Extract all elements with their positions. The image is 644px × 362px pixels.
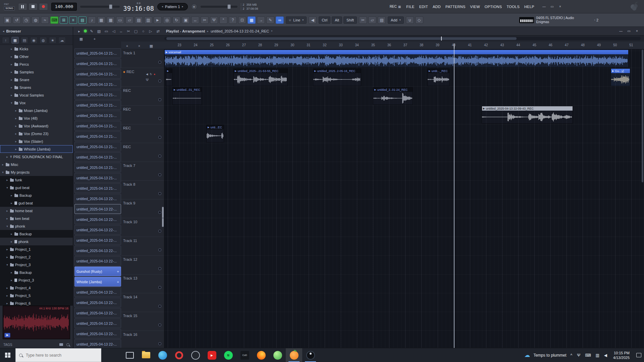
- playlist-menu-icon[interactable]: ▸: [76, 28, 83, 34]
- menu-options[interactable]: OPTIONS: [483, 5, 504, 9]
- audio-clip[interactable]: ▶untitled...01_REC: [172, 87, 202, 105]
- track-header[interactable]: Track 12: [121, 256, 164, 275]
- tray-mic-icon[interactable]: Ψ: [576, 353, 581, 358]
- shop-icon[interactable]: ◇: [415, 16, 423, 24]
- record-button[interactable]: [39, 3, 48, 10]
- copy-icon[interactable]: ▱: [368, 16, 376, 24]
- speaker-icon[interactable]: ◀: [309, 16, 317, 24]
- note-draw-icon[interactable]: ♪: [88, 16, 96, 24]
- mute-led[interactable]: [158, 173, 161, 176]
- menu-edit[interactable]: EDIT: [417, 5, 430, 9]
- tree-item[interactable]: ▸Misc: [0, 161, 73, 168]
- mute-led[interactable]: [158, 136, 161, 139]
- picker-item[interactable]: untitled_2025-04-13 22-...: [74, 235, 121, 245]
- browser-up-icon[interactable]: ↑: [2, 37, 9, 44]
- track-header[interactable]: Track 15: [121, 312, 164, 331]
- tree-item[interactable]: ▸Project_3: [0, 276, 73, 284]
- clipboard-icon[interactable]: ▤: [135, 16, 143, 24]
- center-playhead-icon[interactable]: ◎: [163, 16, 171, 24]
- track-header[interactable]: Track 9: [121, 199, 164, 218]
- tree-item[interactable]: ▸Project_4: [0, 284, 73, 292]
- tree-item[interactable]: ▸Vox (Slater): [0, 137, 73, 145]
- monitor-icon[interactable]: ◀: [146, 73, 148, 76]
- picker-item[interactable]: untitled_2025-04-13 22-...: [74, 287, 121, 297]
- playlist-minimize-button[interactable]: —: [619, 29, 623, 33]
- tree-item[interactable]: ▾Vox: [0, 99, 73, 107]
- tree-item[interactable]: ▸Snares: [0, 83, 73, 91]
- tree-item[interactable]: ▸Project_5: [0, 292, 73, 299]
- project-tab-icon[interactable]: ◍: [40, 37, 47, 44]
- magnet-icon[interactable]: ∪: [406, 16, 414, 24]
- taskbar-search[interactable]: [15, 348, 101, 362]
- track-header[interactable]: Track 7: [121, 162, 164, 181]
- time-display[interactable]: 8:8 39:16:08: [123, 2, 154, 12]
- track-header[interactable]: Track 13: [121, 275, 164, 293]
- start-button[interactable]: [0, 348, 15, 362]
- picker-item[interactable]: untitled_2025-04-13 21-...: [74, 183, 121, 193]
- picker-item[interactable]: untitled_2025-04-13 21-...: [74, 59, 121, 68]
- files-tab-icon[interactable]: ▤: [21, 37, 28, 44]
- tree-item[interactable]: ▸Percs: [0, 60, 73, 68]
- picker-item[interactable]: untitled_2025-04-13 21-...: [74, 111, 121, 120]
- master-pitch-slider[interactable]: [201, 6, 237, 8]
- tree-item[interactable]: ▸Samples: [0, 68, 73, 76]
- tempo-display[interactable]: 140.000: [51, 3, 77, 11]
- mute-led[interactable]: [158, 305, 161, 308]
- slip-tool-icon[interactable]: ↔: [118, 28, 124, 34]
- mute-led[interactable]: [158, 248, 161, 251]
- tree-item[interactable]: ▸Snare: [0, 76, 73, 83]
- tree-item[interactable]: ▸phonk: [0, 238, 73, 245]
- picker-item[interactable]: untitled_2025-04-13 22-...: [74, 318, 121, 328]
- menu-help[interactable]: HELP: [522, 5, 536, 9]
- save-project-icon[interactable]: ▣: [3, 16, 11, 24]
- track-header[interactable]: Track 10: [121, 218, 164, 237]
- arrangement-name[interactable]: untitled_2025-04-13 22-01-24_REC: [211, 29, 269, 33]
- cut-tool-icon[interactable]: ✂: [201, 16, 209, 24]
- rec-indicator[interactable]: REC ▦: [390, 5, 401, 8]
- picker-item[interactable]: untitled_2025-04-13 21-...: [74, 131, 121, 141]
- recent-files-icon[interactable]: ◷: [22, 16, 30, 24]
- sync-icon[interactable]: ↻: [150, 73, 152, 76]
- audio-clip[interactable]: ▶unti...EC: [206, 125, 224, 142]
- obs-icon[interactable]: [187, 348, 204, 362]
- mute-led[interactable]: [158, 230, 161, 233]
- zoom-tool-icon[interactable]: ○: [140, 28, 147, 34]
- menu-file[interactable]: FILE: [404, 5, 416, 9]
- track-header[interactable]: Track 8: [121, 181, 164, 199]
- picker-item[interactable]: untitled_2025-04-13 22-...: [74, 339, 121, 348]
- mute-led[interactable]: [158, 155, 161, 158]
- spotify-icon[interactable]: ≋: [220, 348, 236, 362]
- pat-song-toggle[interactable]: PAT SONG: [4, 3, 15, 10]
- tree-item[interactable]: ▸Backup: [0, 230, 73, 238]
- cursor-tool-icon[interactable]: ►: [154, 16, 162, 24]
- track-header[interactable]: REC: [121, 87, 164, 106]
- tree-item[interactable]: ▸Other: [0, 53, 73, 60]
- add-pattern-button[interactable]: +: [191, 4, 197, 10]
- game-icon[interactable]: [269, 348, 286, 362]
- paint-tool-icon[interactable]: ▧: [96, 28, 102, 34]
- picker-item[interactable]: untitled_2025-04-13 21-...: [74, 48, 121, 58]
- audio-options-icon[interactable]: ≈: [41, 16, 49, 24]
- slice-tool-icon[interactable]: ✂: [125, 28, 132, 34]
- tree-item[interactable]: ▸Project_1: [0, 245, 73, 253]
- refresh-icon[interactable]: ↻: [172, 16, 180, 24]
- fl-logo-icon[interactable]: [630, 1, 639, 13]
- tree-item[interactable]: ▸gud beat: [0, 199, 73, 207]
- undo-icon[interactable]: ↺: [13, 16, 21, 24]
- grid-options-icon[interactable]: ▦: [148, 43, 155, 49]
- opera-icon[interactable]: [171, 348, 187, 362]
- nav-arrows-icon[interactable]: ⇄: [155, 28, 161, 34]
- audio-clip[interactable]: ▶untitled_2..01-24_REC: [373, 87, 413, 105]
- stop-button[interactable]: [29, 3, 38, 10]
- tree-item[interactable]: ▾phonk: [0, 222, 73, 230]
- mute-led[interactable]: [158, 117, 161, 120]
- add-marker-icon[interactable]: +: [124, 43, 130, 49]
- mic-record-icon[interactable]: Ψ: [210, 16, 218, 24]
- picker-item[interactable]: untitled_2025-04-13 21-...: [74, 90, 121, 100]
- sample-preview-panel[interactable]: 44.1 kHz 130 BPM 16 ▶: [3, 306, 70, 339]
- clone-icon[interactable]: ▱: [125, 16, 133, 24]
- menu-tools[interactable]: TOOLS: [504, 5, 522, 9]
- network-icon[interactable]: ▥: [595, 353, 600, 358]
- arrangement-grid[interactable]: ▶voicemail▶▶untitled_2025-..21-53-55_REC…: [164, 49, 644, 348]
- playlist-titlebar[interactable]: ▸✎▧▭◁↔✂▢○▷⇄ Playlist - Arrangement ▸ unt…: [73, 27, 644, 36]
